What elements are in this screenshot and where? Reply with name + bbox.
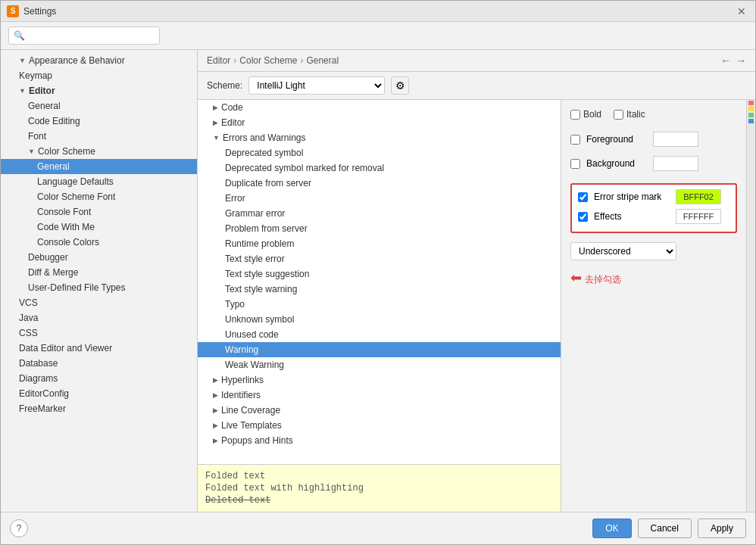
sidebar-item-code-with-me[interactable]: Code With Me: [1, 220, 197, 235]
error-stripe-color-box[interactable]: BFFF02: [676, 189, 721, 204]
italic-checkbox-label[interactable]: Italic: [614, 109, 645, 120]
sidebar-label: Color Scheme Font: [37, 192, 115, 202]
sidebar-item-data-editor[interactable]: Data Editor and Viewer: [1, 341, 197, 356]
cancel-button[interactable]: Cancel: [638, 519, 692, 538]
effects-type-row: Underscored Underwaved Bordered Bold Und…: [570, 242, 737, 260]
gear-button[interactable]: ⚙: [391, 76, 409, 95]
background-color-box[interactable]: [653, 156, 698, 171]
tree-item-popups-hints[interactable]: ▶ Popups and Hints: [198, 433, 561, 448]
error-stripe-row: Error stripe mark BFFF02: [578, 189, 729, 204]
background-row: Background: [570, 156, 737, 171]
tree-item-text-style-warning[interactable]: Text style warning: [198, 282, 561, 297]
tree-item-code[interactable]: ▶ Code: [198, 100, 561, 115]
tree-item-error[interactable]: Error: [198, 191, 561, 206]
dialog-title: Settings: [23, 6, 734, 17]
tree-item-label: Code: [221, 102, 243, 113]
foreground-checkbox[interactable]: [570, 135, 580, 145]
scrollbar-color-blue: [748, 119, 754, 123]
tree-item-label: Error: [225, 193, 245, 204]
main-content: ▼ Appearance & Behavior Keymap ▼ Editor …: [1, 50, 755, 512]
italic-checkbox[interactable]: [614, 110, 623, 120]
expand-icon: ▶: [213, 119, 218, 126]
error-stripe-label: Error stripe mark: [594, 192, 670, 202]
tree-item-line-coverage[interactable]: ▶ Line Coverage: [198, 403, 561, 418]
sidebar-item-css[interactable]: CSS: [1, 325, 197, 341]
close-button[interactable]: ✕: [734, 5, 749, 17]
tree-item-runtime[interactable]: Runtime problem: [198, 236, 561, 251]
effects-color-box[interactable]: FFFFFF: [676, 209, 721, 224]
tree-item-unused-code[interactable]: Unused code: [198, 327, 561, 342]
tree-item-label: Popups and Hints: [221, 435, 293, 446]
tree-item-deprecated-removal[interactable]: Deprecated symbol marked for removal: [198, 160, 561, 176]
tree-item-duplicate[interactable]: Duplicate from server: [198, 176, 561, 191]
sidebar-item-color-scheme[interactable]: ▼ Color Scheme: [1, 144, 197, 159]
tree-item-grammar-error[interactable]: Grammar error: [198, 206, 561, 221]
sidebar-label: Data Editor and Viewer: [19, 343, 112, 353]
tree-item-label: Weak Warning: [225, 360, 284, 370]
tree-item-identifiers[interactable]: ▶ Identifiers: [198, 388, 561, 403]
tree-item-editor[interactable]: ▶ Editor: [198, 115, 561, 130]
sidebar-item-freemarker[interactable]: FreeMarker: [1, 401, 197, 416]
preview-line-2: Folded text with highlighting: [205, 483, 553, 494]
search-input[interactable]: [8, 26, 160, 45]
tree-item-deprecated[interactable]: Deprecated symbol: [198, 145, 561, 160]
sidebar-label: Color Scheme: [38, 146, 95, 157]
scrollbar-color-yellow: [748, 107, 754, 111]
sidebar-item-diff-merge[interactable]: Diff & Merge: [1, 265, 197, 280]
bold-checkbox[interactable]: [570, 110, 580, 120]
sidebar-item-user-defined[interactable]: User-Defined File Types: [1, 280, 197, 295]
tree-item-unknown-symbol[interactable]: Unknown symbol: [198, 312, 561, 327]
tree-item-live-templates[interactable]: ▶ Live Templates: [198, 418, 561, 433]
sidebar-label: Database: [19, 358, 58, 369]
tree-item-hyperlinks[interactable]: ▶ Hyperlinks: [198, 372, 561, 388]
tree-item-warning[interactable]: Warning: [198, 342, 561, 357]
tree-item-problem-server[interactable]: Problem from server: [198, 221, 561, 236]
forward-arrow[interactable]: →: [736, 54, 746, 67]
tree-item-label: Hyperlinks: [221, 375, 264, 385]
ok-button[interactable]: OK: [592, 519, 631, 538]
tree-item-typo[interactable]: Typo: [198, 297, 561, 312]
sidebar-item-editorconfig[interactable]: EditorConfig: [1, 386, 197, 401]
bold-checkbox-label[interactable]: Bold: [570, 109, 601, 120]
sidebar-item-language-defaults[interactable]: Language Defaults: [1, 174, 197, 189]
sidebar-item-console-colors[interactable]: Console Colors: [1, 235, 197, 250]
effects-type-select[interactable]: Underscored Underwaved Bordered Bold Und…: [570, 242, 676, 260]
tree-item-text-style-suggestion[interactable]: Text style suggestion: [198, 266, 561, 282]
scrollbar-color-red: [748, 101, 754, 105]
tree-item-text-style-error[interactable]: Text style error: [198, 251, 561, 266]
sidebar-item-vcs[interactable]: VCS: [1, 295, 197, 310]
expand-icon: ▶: [213, 406, 218, 414]
effects-checkbox[interactable]: [578, 212, 588, 222]
sidebar-item-general[interactable]: General: [1, 98, 197, 114]
sidebar-item-font[interactable]: Font: [1, 129, 197, 144]
background-checkbox[interactable]: [570, 159, 580, 169]
sidebar-item-diagrams[interactable]: Diagrams: [1, 371, 197, 386]
sidebar-label: General: [37, 161, 70, 172]
apply-button[interactable]: Apply: [698, 519, 746, 538]
tree-item-weak-warning[interactable]: Weak Warning: [198, 357, 561, 372]
scrollbar-indicator: [746, 100, 755, 512]
effects-row: Effects FFFFFF: [578, 209, 729, 224]
scheme-select[interactable]: IntelliJ Light: [248, 76, 385, 95]
preview-panel: Folded text Folded text with highlightin…: [198, 464, 561, 512]
sidebar-item-editor[interactable]: ▼ Editor: [1, 83, 197, 98]
tree-item-label: Text style error: [225, 254, 285, 264]
sidebar-item-debugger[interactable]: Debugger: [1, 250, 197, 265]
sidebar-item-console-font[interactable]: Console Font: [1, 204, 197, 220]
sidebar-item-database[interactable]: Database: [1, 356, 197, 371]
sidebar-item-color-scheme-font[interactable]: Color Scheme Font: [1, 189, 197, 204]
error-stripe-checkbox[interactable]: [578, 192, 588, 202]
bold-italic-row: Bold Italic: [570, 109, 737, 120]
bold-label: Bold: [583, 109, 601, 120]
tree-item-errors-warnings[interactable]: ▼ Errors and Warnings: [198, 130, 561, 145]
foreground-color-box[interactable]: [653, 132, 698, 147]
sidebar-item-appearance[interactable]: ▼ Appearance & Behavior: [1, 53, 197, 68]
help-button[interactable]: ?: [10, 519, 28, 537]
sidebar-item-java[interactable]: Java: [1, 310, 197, 325]
sidebar-item-code-editing[interactable]: Code Editing: [1, 114, 197, 129]
sidebar-label: Keymap: [19, 70, 52, 81]
sidebar-item-keymap[interactable]: Keymap: [1, 68, 197, 83]
editor-area: ▶ Code ▶ Editor ▼ Errors and Warnings: [198, 100, 755, 512]
back-arrow[interactable]: ←: [720, 54, 731, 67]
sidebar-item-general-active[interactable]: General: [1, 159, 197, 174]
